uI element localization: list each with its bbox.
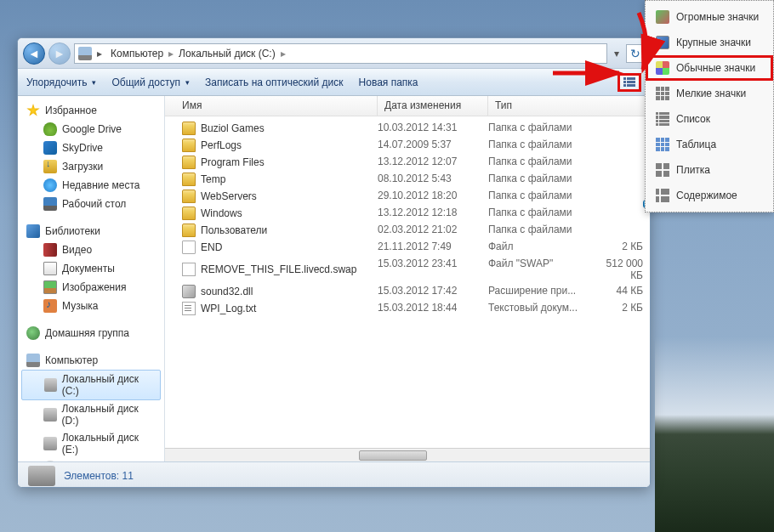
breadcrumb-root-expand[interactable]: ▸ bbox=[94, 48, 105, 59]
breadcrumb-history[interactable]: ▾ bbox=[611, 48, 623, 59]
sidebar-item-disk-e[interactable]: Локальный диск (E:) bbox=[18, 429, 164, 458]
view-list[interactable]: Список bbox=[646, 106, 773, 132]
scrollbar-thumb[interactable] bbox=[359, 450, 427, 461]
sidebar-item-documents[interactable]: Документы bbox=[18, 259, 164, 278]
file-pane: Имя Дата изменения Тип Buziol Games10.03… bbox=[165, 96, 650, 461]
file-size bbox=[599, 207, 650, 220]
disk-icon bbox=[43, 408, 57, 422]
file-row[interactable]: PerfLogs14.07.2009 5:37Папка с файлами bbox=[165, 137, 650, 154]
file-row[interactable]: Пользователи02.03.2012 21:02Папка с файл… bbox=[165, 222, 650, 239]
file-name: sound32.dll bbox=[201, 286, 253, 297]
sidebar-computer[interactable]: Компьютер bbox=[18, 351, 164, 370]
sidebar-item-recent[interactable]: Недавние места bbox=[18, 176, 164, 195]
sidebar-favorites[interactable]: Избранное bbox=[18, 101, 164, 120]
view-large-icons[interactable]: Крупные значки bbox=[646, 30, 773, 55]
column-date[interactable]: Дата изменения bbox=[378, 96, 488, 116]
file-row[interactable]: WebServers29.10.2012 18:20Папка с файлам… bbox=[165, 188, 650, 205]
md-icons-icon bbox=[656, 61, 669, 75]
sidebar-libraries[interactable]: Библиотеки bbox=[18, 222, 164, 241]
refresh-button[interactable]: ↻ bbox=[626, 44, 645, 63]
sidebar-item-video[interactable]: Видео bbox=[18, 241, 164, 259]
file-row[interactable]: Buziol Games10.03.2012 14:31Папка с файл… bbox=[165, 120, 650, 137]
file-name: Windows bbox=[201, 207, 242, 219]
file-type: Папка с файлами bbox=[488, 139, 599, 152]
file-name: Пользователи bbox=[201, 224, 267, 236]
view-icon bbox=[623, 77, 635, 88]
view-details[interactable]: Таблица bbox=[646, 132, 773, 157]
file-type: Папка с файлами bbox=[488, 207, 599, 220]
file-row[interactable]: Temp08.10.2012 5:43Папка с файлами bbox=[165, 171, 650, 188]
sidebar-item-desktop[interactable]: Рабочий стол bbox=[18, 195, 164, 213]
breadcrumb-computer[interactable]: Компьютер bbox=[107, 48, 167, 59]
folder-icon bbox=[182, 173, 196, 186]
computer-icon bbox=[26, 354, 40, 367]
sidebar-item-pictures[interactable]: Изображения bbox=[18, 278, 164, 297]
pictures-icon bbox=[43, 280, 57, 294]
sidebar-item-skydrive[interactable]: SkyDrive bbox=[18, 139, 164, 157]
file-size bbox=[599, 173, 650, 186]
cd-icon bbox=[43, 461, 57, 461]
gdrive-icon bbox=[43, 122, 57, 136]
sidebar-item-cd-g[interactable]: CD-дисковод (G:) bbox=[18, 458, 164, 461]
txt-icon bbox=[182, 302, 196, 315]
content-icon bbox=[656, 189, 669, 202]
file-size: 44 КБ bbox=[599, 285, 650, 298]
file-date: 21.11.2012 7:49 bbox=[378, 241, 488, 254]
back-button[interactable]: ◄ bbox=[23, 42, 45, 65]
explorer-window: ◄ ► ▸ Компьютер ▸ Локальный диск (C:) ▸ … bbox=[17, 37, 651, 488]
view-small-icons[interactable]: Мелкие значки bbox=[646, 81, 773, 106]
file-type: Файл bbox=[488, 241, 599, 254]
sidebar-item-disk-d[interactable]: Локальный диск (D:) bbox=[18, 400, 164, 429]
sidebar-item-disk-c[interactable]: Локальный диск (C:) bbox=[21, 370, 161, 400]
folder-icon bbox=[182, 122, 196, 135]
column-name[interactable]: Имя bbox=[165, 96, 378, 116]
file-size: 2 КБ bbox=[599, 241, 650, 254]
breadcrumb[interactable]: ▸ Компьютер ▸ Локальный диск (C:) ▸ bbox=[74, 43, 607, 64]
file-list: Buziol Games10.03.2012 14:31Папка с файл… bbox=[165, 116, 650, 448]
file-date: 15.03.2012 18:44 bbox=[378, 302, 488, 315]
sidebar-item-music[interactable]: Музыка bbox=[18, 297, 164, 315]
breadcrumb-separator: ▸ bbox=[281, 48, 286, 59]
breadcrumb-disk-c[interactable]: Локальный диск (C:) bbox=[175, 48, 279, 59]
change-view-button[interactable] bbox=[617, 73, 641, 92]
file-row[interactable]: REMOVE_THIS_FILE.livecd.swap15.03.2012 2… bbox=[165, 256, 650, 283]
dll-icon bbox=[182, 285, 196, 298]
sidebar-item-gdrive[interactable]: Google Drive bbox=[18, 120, 164, 139]
file-row[interactable]: WPI_Log.txt15.03.2012 18:44Текстовый док… bbox=[165, 300, 650, 317]
sm-icons-icon bbox=[656, 87, 669, 100]
view-extra-large-icons[interactable]: Огромные значки bbox=[646, 4, 773, 30]
horizontal-scrollbar[interactable] bbox=[165, 448, 650, 461]
homegroup-icon bbox=[26, 326, 40, 340]
new-folder-button[interactable]: Новая папка bbox=[359, 76, 418, 88]
forward-button[interactable]: ► bbox=[48, 42, 71, 65]
breadcrumb-separator: ▸ bbox=[168, 48, 174, 59]
sidebar-homegroup[interactable]: Домашняя группа bbox=[18, 324, 164, 342]
desktop-background bbox=[655, 337, 774, 532]
toolbar: Упорядочить Общий доступ Записать на опт… bbox=[18, 69, 650, 96]
file-type: Папка с файлами bbox=[488, 224, 599, 237]
file-type: Папка с файлами bbox=[488, 173, 599, 186]
download-icon bbox=[43, 160, 57, 173]
status-bar: Элементов: 11 bbox=[18, 461, 650, 488]
file-name: Buziol Games bbox=[201, 122, 265, 134]
lg-icons-icon bbox=[656, 36, 669, 49]
burn-button[interactable]: Записать на оптический диск bbox=[205, 76, 344, 88]
column-type[interactable]: Тип bbox=[488, 96, 650, 116]
organize-button[interactable]: Упорядочить bbox=[26, 76, 96, 88]
file-row[interactable]: Program Files13.12.2012 12:07Папка с фай… bbox=[165, 154, 650, 171]
file-date: 02.03.2012 21:02 bbox=[378, 224, 488, 237]
file-name: PerfLogs bbox=[201, 139, 242, 151]
sidebar-item-downloads[interactable]: Загрузки bbox=[18, 157, 164, 176]
file-size: 512 000 КБ bbox=[599, 258, 650, 281]
list-icon bbox=[656, 112, 669, 126]
file-name: REMOVE_THIS_FILE.livecd.swap bbox=[201, 263, 356, 275]
file-row[interactable]: END21.11.2012 7:49Файл2 КБ bbox=[165, 239, 650, 256]
view-tiles[interactable]: Плитка bbox=[646, 157, 773, 183]
share-button[interactable]: Общий доступ bbox=[111, 76, 190, 88]
file-row[interactable]: Windows13.12.2012 12:18Папка с файлами bbox=[165, 205, 650, 222]
file-row[interactable]: sound32.dll15.03.2012 17:42Расширение пр… bbox=[165, 283, 650, 300]
file-type: Папка с файлами bbox=[488, 122, 599, 135]
recent-icon bbox=[43, 178, 57, 192]
view-content[interactable]: Содержимое bbox=[646, 183, 773, 208]
view-medium-icons[interactable]: Обычные значки bbox=[646, 55, 773, 81]
